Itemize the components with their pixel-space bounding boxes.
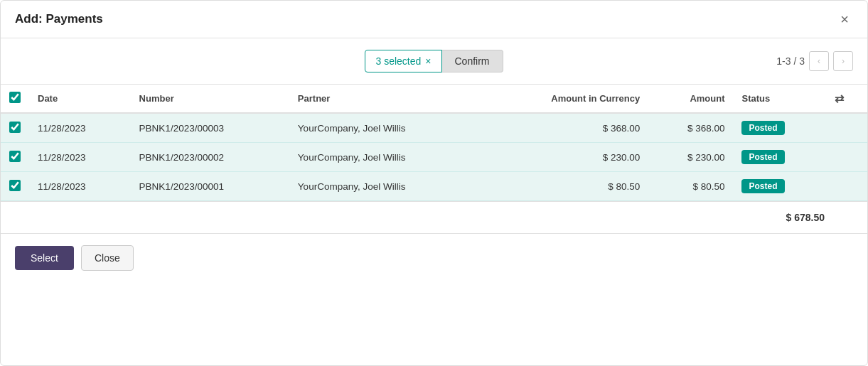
row-checkbox-cell — [1, 143, 29, 172]
row-checkbox-cell — [1, 172, 29, 201]
toolbar: 3 selected × Confirm 1-3 / 3 ‹ › — [1, 38, 867, 84]
totals-row: $ 678.50 — [1, 201, 867, 234]
header-checkbox-cell — [1, 85, 29, 114]
status-badge: Posted — [741, 179, 784, 193]
row-settings-cell — [826, 143, 867, 172]
row-date: 11/28/2023 — [29, 172, 131, 201]
row-status: Posted — [733, 143, 826, 172]
prev-page-button[interactable]: ‹ — [809, 51, 829, 71]
header-date: Date — [29, 85, 131, 114]
row-date: 11/28/2023 — [29, 113, 131, 143]
close-icon[interactable]: × — [836, 11, 853, 28]
close-button[interactable]: Close — [81, 245, 134, 271]
table-row: 11/28/2023 PBNK1/2023/00003 YourCompany,… — [1, 113, 867, 143]
row-amount-in-currency: $ 230.00 — [483, 143, 648, 172]
row-settings-cell — [826, 113, 867, 143]
table-row: 11/28/2023 PBNK1/2023/00001 YourCompany,… — [1, 172, 867, 201]
row-amount-in-currency: $ 368.00 — [483, 113, 648, 143]
row-checkbox[interactable] — [9, 180, 21, 191]
header-settings: ⇄ — [826, 85, 867, 114]
next-page-button[interactable]: › — [833, 51, 853, 71]
status-badge: Posted — [741, 121, 784, 135]
selected-badge[interactable]: 3 selected × — [365, 50, 441, 72]
row-checkbox[interactable] — [9, 151, 21, 162]
dialog-title: Add: Payments — [15, 12, 103, 26]
row-number: PBNK1/2023/00001 — [131, 172, 289, 201]
dialog-header: Add: Payments × — [1, 1, 867, 38]
row-number: PBNK1/2023/00002 — [131, 143, 289, 172]
header-amount: Amount — [648, 85, 733, 114]
row-amount-in-currency: $ 80.50 — [483, 172, 648, 201]
row-amount: $ 230.00 — [648, 143, 733, 172]
row-checkbox-cell — [1, 113, 29, 143]
row-amount: $ 80.50 — [648, 172, 733, 201]
header-status: Status — [733, 85, 826, 114]
payments-table: Date Number Partner Amount in Currency A… — [1, 84, 867, 201]
table-header-row: Date Number Partner Amount in Currency A… — [1, 85, 867, 114]
add-payments-dialog: Add: Payments × 3 selected × Confirm 1-3… — [0, 0, 868, 366]
row-status: Posted — [733, 113, 826, 143]
pagination: 1-3 / 3 ‹ › — [776, 51, 853, 71]
select-button[interactable]: Select — [15, 246, 74, 270]
footer: Select Close — [1, 234, 867, 282]
row-partner: YourCompany, Joel Willis — [289, 143, 483, 172]
select-all-checkbox[interactable] — [9, 92, 21, 103]
header-partner: Partner — [289, 85, 483, 114]
status-badge: Posted — [741, 150, 784, 164]
row-settings-cell — [826, 172, 867, 201]
header-amount-in-currency: Amount in Currency — [483, 85, 648, 114]
table-body: 11/28/2023 PBNK1/2023/00003 YourCompany,… — [1, 113, 867, 201]
clear-selection-icon[interactable]: × — [425, 55, 431, 67]
row-partner: YourCompany, Joel Willis — [289, 113, 483, 143]
pagination-label: 1-3 / 3 — [776, 55, 805, 67]
toolbar-center: 3 selected × Confirm — [365, 50, 503, 72]
row-checkbox[interactable] — [9, 122, 21, 133]
column-settings-icon[interactable]: ⇄ — [835, 92, 844, 104]
row-partner: YourCompany, Joel Willis — [289, 172, 483, 201]
row-number: PBNK1/2023/00003 — [131, 113, 289, 143]
row-amount: $ 368.00 — [648, 113, 733, 143]
header-number: Number — [131, 85, 289, 114]
selected-count-label: 3 selected — [375, 55, 421, 67]
row-status: Posted — [733, 172, 826, 201]
confirm-button[interactable]: Confirm — [442, 50, 503, 72]
total-amount: $ 678.50 — [786, 212, 825, 223]
row-date: 11/28/2023 — [29, 143, 131, 172]
table-row: 11/28/2023 PBNK1/2023/00002 YourCompany,… — [1, 143, 867, 172]
